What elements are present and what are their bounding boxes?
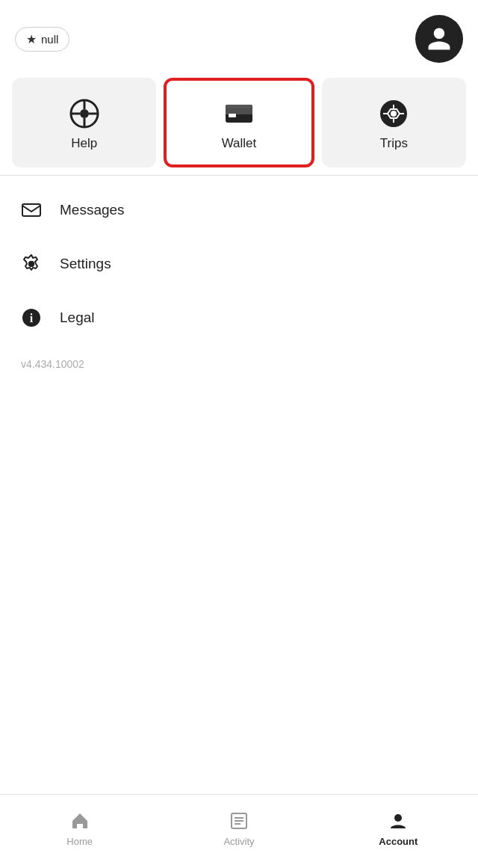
settings-item[interactable]: Settings [0, 237, 478, 291]
svg-point-15 [391, 111, 397, 117]
messages-item[interactable]: Messages [0, 183, 478, 237]
help-label: Help [71, 136, 97, 151]
svg-text:i: i [30, 312, 34, 324]
settings-icon [21, 253, 42, 274]
tiles-row: Help Wallet Trips [0, 70, 478, 175]
nav-activity[interactable]: Activity [159, 795, 318, 868]
activity-icon [227, 809, 251, 833]
help-icon [68, 97, 101, 130]
svg-rect-8 [229, 114, 236, 117]
legal-item[interactable]: i Legal [0, 291, 478, 345]
legal-label: Legal [60, 310, 95, 326]
bottom-nav: Home Activity Account [0, 794, 478, 868]
wallet-icon [223, 97, 255, 130]
header: ★ null [0, 0, 478, 70]
avatar[interactable] [415, 15, 463, 63]
nav-home-label: Home [66, 836, 93, 847]
messages-icon [21, 200, 42, 221]
star-icon: ★ [26, 32, 37, 46]
nav-account-label: Account [379, 836, 418, 847]
settings-label: Settings [60, 256, 111, 272]
account-icon [386, 809, 410, 833]
svg-point-25 [394, 814, 402, 822]
null-label: null [41, 33, 58, 46]
wallet-label: Wallet [222, 136, 257, 151]
menu-list: Messages Settings i Legal [0, 176, 478, 352]
nav-activity-label: Activity [223, 836, 254, 847]
trips-icon [377, 97, 410, 130]
help-tile[interactable]: Help [12, 78, 156, 167]
svg-rect-9 [226, 105, 252, 108]
trips-tile[interactable]: Trips [322, 78, 466, 167]
messages-label: Messages [60, 202, 125, 218]
svg-rect-16 [22, 204, 40, 216]
svg-rect-7 [226, 108, 252, 114]
user-icon [426, 25, 453, 52]
wallet-tile[interactable]: Wallet [164, 78, 314, 167]
home-icon [68, 809, 92, 833]
version-text: v4.434.10002 [0, 352, 478, 385]
star-null-badge[interactable]: ★ null [15, 27, 69, 52]
nav-home[interactable]: Home [0, 795, 159, 868]
legal-icon: i [21, 307, 42, 328]
nav-account[interactable]: Account [319, 795, 478, 868]
svg-point-1 [80, 109, 89, 118]
trips-label: Trips [380, 136, 408, 151]
